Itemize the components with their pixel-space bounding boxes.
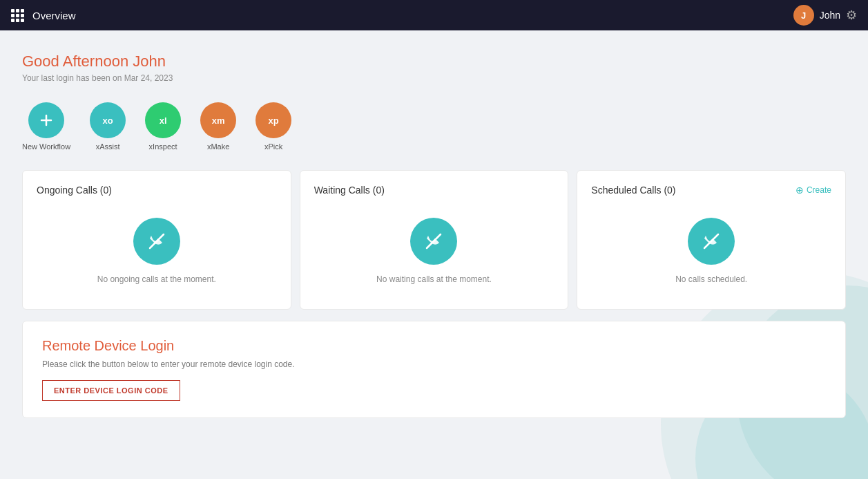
waiting-calls-body: No waiting calls at the moment. [314,207,554,295]
workflow-item-new[interactable]: New Workflow [22,102,70,151]
ongoing-calls-title: Ongoing Calls (0) [37,185,277,196]
greeting-text: Good Afternoon John [22,53,846,71]
scheduled-calls-icon [688,218,735,265]
scheduled-calls-card: Scheduled Calls (0) ⊕ Create No calls sc… [577,170,846,310]
scheduled-calls-title: Scheduled Calls (0) [591,185,675,196]
scheduled-calls-body: No calls scheduled. [591,207,831,295]
page-title: Overview [32,10,76,21]
svg-line-4 [704,234,718,248]
waiting-calls-title: Waiting Calls (0) [314,185,554,196]
xinspect-icon: xl [145,102,181,138]
xpick-icon: xp [255,102,291,138]
ongoing-calls-body: No ongoing calls at the moment. [37,207,277,295]
workflow-label-xpick: xPick [264,142,282,151]
xmake-icon: xm [200,102,236,138]
remote-device-login-card: Remote Device Login Please click the but… [22,321,846,418]
calls-cards-row: Ongoing Calls (0) No ongoing calls at th… [22,170,846,310]
ongoing-empty-text: No ongoing calls at the moment. [97,274,216,284]
create-label: Create [807,185,831,195]
waiting-calls-card: Waiting Calls (0) No waiting calls at th… [300,170,569,310]
workflow-item-xinspect[interactable]: xl xInspect [145,102,181,151]
top-navigation: Overview J John ⚙ [0,0,868,30]
svg-line-2 [150,234,164,248]
user-name: John [820,10,840,21]
settings-icon[interactable]: ⚙ [846,8,857,23]
workflow-item-xpick[interactable]: xp xPick [255,102,291,151]
workflow-label-xassist: xAssist [96,142,120,151]
create-icon: ⊕ [795,185,804,196]
remote-title: Remote Device Login [42,338,826,354]
workflow-row: New Workflow xo xAssist xl xInspect xm x… [22,102,846,151]
main-content: Good Afternoon John Your last login has … [0,30,868,418]
create-scheduled-call-button[interactable]: ⊕ Create [795,185,831,196]
new-workflow-icon [28,102,64,138]
ongoing-calls-icon [133,218,180,265]
enter-device-login-button[interactable]: ENTER DEVICE LOGIN CODE [42,380,180,401]
svg-line-3 [427,234,441,248]
scheduled-empty-text: No calls scheduled. [675,274,747,284]
xassist-icon: xo [90,102,126,138]
user-avatar: J [793,5,814,26]
workflow-label-xinspect: xInspect [149,142,177,151]
workflow-label-xmake: xMake [207,142,229,151]
waiting-empty-text: No waiting calls at the moment. [376,274,492,284]
workflow-item-xmake[interactable]: xm xMake [200,102,236,151]
ongoing-calls-card: Ongoing Calls (0) No ongoing calls at th… [22,170,291,310]
grid-menu-icon[interactable] [11,9,24,22]
scheduled-calls-header: Scheduled Calls (0) ⊕ Create [591,185,831,196]
waiting-calls-icon [410,218,457,265]
workflow-item-xassist[interactable]: xo xAssist [90,102,126,151]
remote-description: Please click the button below to enter y… [42,359,826,369]
workflow-label-new: New Workflow [22,142,70,151]
last-login-text: Your last login has been on Mar 24, 2023 [22,73,846,83]
